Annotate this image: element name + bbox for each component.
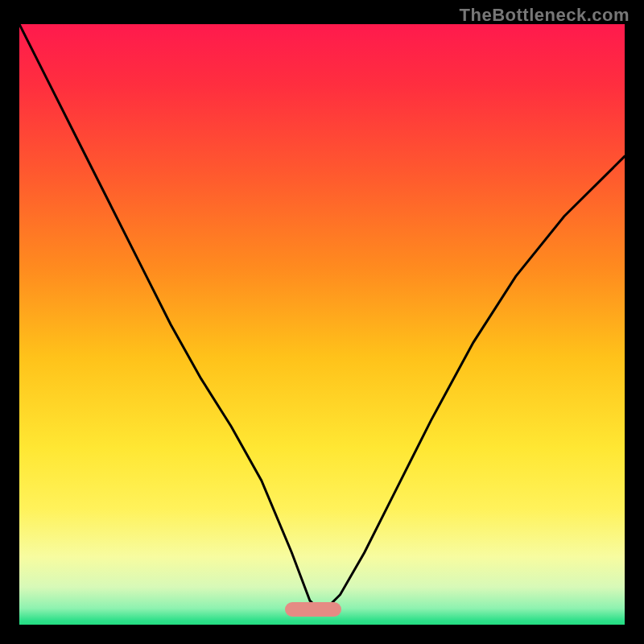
minimum-marker: [285, 602, 341, 617]
curve-right: [322, 156, 625, 613]
chart-frame: TheBottleneck.com: [0, 0, 644, 644]
bottleneck-curve: [19, 24, 625, 625]
curve-left: [19, 24, 322, 613]
watermark-text: TheBottleneck.com: [460, 5, 630, 26]
plot-area: [19, 24, 625, 625]
